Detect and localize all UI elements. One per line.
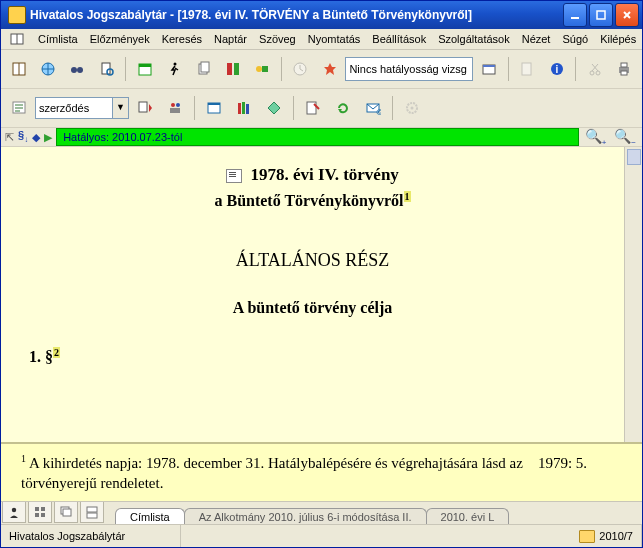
svg-point-48 [12,508,16,512]
view-cascade-icon[interactable] [54,501,78,523]
application-window: Hivatalos Jogszabálytár - [1978. évi IV.… [0,0,643,548]
svg-rect-55 [87,507,97,512]
doc-title-line1: 1978. évi IV. törvény [250,165,398,184]
globe-icon[interactable] [34,55,61,83]
svg-point-20 [256,66,262,72]
svg-rect-54 [63,509,71,516]
status-bar: Hivatalos Jogszabálytár 2010/7 [1,524,642,547]
diamond-icon[interactable] [260,94,288,122]
svg-rect-1 [597,11,605,19]
shapes-icon[interactable] [248,55,275,83]
tab-2010-evi[interactable]: 2010. évi L [426,508,510,524]
footnote-ref-1[interactable]: 1 [404,191,411,202]
svg-rect-24 [483,65,495,67]
view-tile-icon[interactable] [28,501,52,523]
menu-nyomtatas[interactable]: Nyomtatás [303,31,366,47]
section-icon[interactable]: §↓ [18,129,28,144]
svg-text:i: i [555,64,558,75]
svg-point-10 [77,67,83,73]
svg-rect-34 [139,102,147,112]
pin-icon[interactable]: ⇱ [5,131,14,144]
term-combo[interactable]: ▼ [35,97,129,119]
svg-point-36 [176,103,180,107]
menu-sugo[interactable]: Súgó [557,31,593,47]
svg-rect-14 [139,64,151,67]
zoom-in-icon[interactable]: 🔍+ [583,128,609,147]
status-app: Hivatalos Jogszabálytár [1,525,181,547]
menu-kilepes[interactable]: Kilépés [595,31,641,47]
new-window-icon[interactable] [475,55,502,83]
info-icon[interactable]: i [543,55,570,83]
svg-point-29 [596,71,600,75]
svg-rect-37 [170,108,180,113]
title-bar: Hivatalos Jogszabálytár - [1978. évi IV.… [1,1,642,29]
books-icon[interactable] [230,94,258,122]
menu-szolgaltatasok[interactable]: Szolgáltatások [433,31,515,47]
mail-icon[interactable]: @ [359,94,387,122]
tab-alkotmany[interactable]: Az Alkotmány 2010. július 6-i módosítása… [184,508,427,524]
browse-icon[interactable] [200,94,228,122]
tab-cimlista[interactable]: Címlista [115,508,185,524]
menu-naptar[interactable]: Naptár [209,31,252,47]
law-icon [226,169,242,183]
docs-icon[interactable] [190,55,217,83]
menu-szoveg[interactable]: Szöveg [254,31,301,47]
clock-icon [287,55,314,83]
print-icon[interactable] [611,55,638,83]
close-button[interactable] [615,3,639,27]
chevron-down-icon[interactable]: ▼ [112,98,128,118]
edit-doc-icon[interactable] [299,94,327,122]
svg-rect-25 [522,63,531,75]
footnote-text-a: A kihirdetés napja: 1978. december 31. H… [29,455,523,471]
validity-strip: Hatályos: 2010.07.23-tól [56,128,579,146]
status-period: 2010/7 [571,525,642,547]
doc-title-line2: a Büntető Törvénykönyvről [214,192,403,209]
zoom-out-icon[interactable]: 🔍− [612,128,638,147]
menu-bar: Címlista Előzmények Keresés Naptár Szöve… [1,29,642,50]
validity-search-input[interactable] [345,57,473,81]
svg-rect-42 [246,104,249,114]
vertical-scrollbar[interactable] [624,147,642,442]
calendar-icon[interactable] [131,55,158,83]
term-combo-input[interactable] [36,98,112,118]
menu-elozmenyek[interactable]: Előzmények [85,31,155,47]
running-man-icon[interactable] [161,55,188,83]
svg-rect-18 [227,63,232,75]
svg-rect-49 [35,507,39,511]
filter-icon[interactable] [5,94,33,122]
menu-nezet[interactable]: Nézet [517,31,556,47]
menu-beallitasok[interactable]: Beállítások [367,31,431,47]
menu-cimlista[interactable]: Címlista [33,31,83,47]
window-title: Hivatalos Jogszabálytár - [1978. évi IV.… [30,8,563,22]
find-next-icon[interactable] [131,94,159,122]
svg-rect-21 [262,66,268,72]
red-green-icon[interactable] [219,55,246,83]
svg-rect-52 [41,513,45,517]
collapse-icon[interactable]: ◆ [32,131,40,144]
toolbar-secondary: ▼ @ [1,89,642,128]
toolbar-main: i [1,50,642,89]
view-users-icon[interactable] [2,501,26,523]
book-icon[interactable] [5,55,32,83]
view-list-icon[interactable] [80,501,104,523]
svg-rect-41 [242,102,245,114]
doc-para-1: 1. § [29,349,53,366]
people-icon[interactable] [161,94,189,122]
svg-rect-40 [238,103,241,114]
maximize-button[interactable] [589,3,613,27]
binoculars-icon[interactable] [64,55,91,83]
favorite-icon[interactable] [316,55,343,83]
svg-text:@: @ [376,107,381,116]
doc-heading-2: A büntető törvény célja [23,299,602,317]
refresh-icon[interactable] [329,94,357,122]
menu-kereses[interactable]: Keresés [157,31,207,47]
svg-rect-50 [41,507,45,511]
arrow-right-icon[interactable]: ▶ [44,131,52,144]
svg-point-47 [411,107,414,110]
minimize-button[interactable] [563,3,587,27]
footnote-ref-2[interactable]: 2 [53,347,60,358]
scrollbar-thumb[interactable] [627,149,641,165]
svg-point-28 [590,71,594,75]
svg-rect-32 [621,71,627,75]
search-doc-icon[interactable] [93,55,120,83]
